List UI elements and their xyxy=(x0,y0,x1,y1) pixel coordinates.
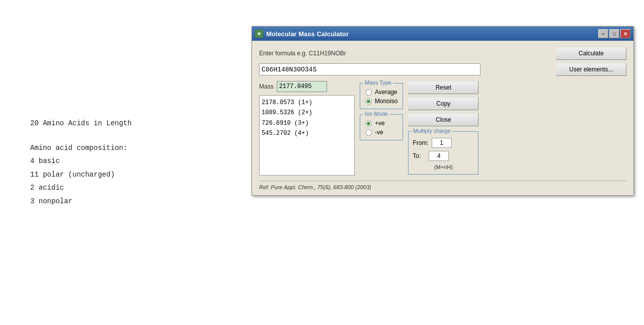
radio-monoiso[interactable] xyxy=(365,98,372,105)
close-window-button[interactable]: ✕ xyxy=(620,29,630,38)
close-button[interactable]: Close xyxy=(408,113,478,126)
to-input[interactable] xyxy=(429,151,449,161)
formula-input[interactable] xyxy=(259,63,480,75)
radio-minus[interactable] xyxy=(365,129,372,136)
radio-average-label: Average xyxy=(375,89,397,96)
multiply-charge-label: Multiply charge xyxy=(412,128,452,134)
mass-type-label: Mass Type xyxy=(363,79,393,86)
window-controls: – □ ✕ xyxy=(598,29,630,38)
formula-header-row: Enter formula e.g. C11H19NOBr Calculate xyxy=(259,47,626,60)
radio-minus-label: -ve xyxy=(375,129,383,136)
left-col: Mass 2178.0573 (1+) 1089.5326 (2+) 726.6… xyxy=(259,81,355,176)
basic-count: 4 basic xyxy=(30,154,132,168)
ion-list-item: 1089.5326 (2+) xyxy=(262,108,352,118)
polar-count: 11 polar (uncharged) xyxy=(30,168,132,182)
from-row: From: xyxy=(413,138,474,148)
radio-plus-label: +ve xyxy=(375,120,385,127)
from-label: From: xyxy=(413,139,428,146)
mass-type-group: Mass Type Average Monoiso xyxy=(360,83,403,109)
mass-row: Mass xyxy=(259,81,355,92)
acidic-count: 2 acidic xyxy=(30,182,132,195)
minimize-button[interactable]: – xyxy=(598,29,608,38)
radio-minus-row[interactable]: -ve xyxy=(365,129,397,136)
window-content: Enter formula e.g. C11H19NOBr Calculate … xyxy=(252,41,633,195)
window-title: Molecular Mass Calculator xyxy=(266,30,598,38)
main-area: Mass 2178.0573 (1+) 1089.5326 (2+) 726.6… xyxy=(259,81,626,176)
radio-plus-row[interactable]: +ve xyxy=(365,120,397,127)
radio-average-row[interactable]: Average xyxy=(365,89,397,96)
to-row: To: xyxy=(413,151,474,161)
app-window: Molecular Mass Calculator – □ ✕ Enter fo… xyxy=(252,26,634,196)
ion-mode-label: Ion Mode xyxy=(363,111,389,117)
reference-bar: Ref: Pure Appl. Chem., 75(6), 683-800 (2… xyxy=(259,181,626,190)
amino-title: 20 Amino Acids in Length xyxy=(30,117,132,130)
title-bar: Molecular Mass Calculator – □ ✕ xyxy=(252,27,633,41)
radio-monoiso-label: Monoiso xyxy=(375,98,397,105)
composition-label: Amino acid composition: xyxy=(30,141,132,155)
ion-list-item: 726.6910 (3+) xyxy=(262,118,352,128)
to-label: To: xyxy=(413,152,421,159)
radio-plus[interactable] xyxy=(365,120,372,127)
right-col: Reset Copy Close Multiply charge From: T… xyxy=(408,81,478,176)
mass-label: Mass xyxy=(259,83,274,90)
nonpolar-count: 3 nonpolar xyxy=(30,195,132,208)
ion-mode-group: Ion Mode +ve -ve xyxy=(360,114,403,140)
from-input[interactable] xyxy=(432,138,452,148)
middle-col: Mass Type Average Monoiso Ion Mode xyxy=(360,81,403,176)
calculate-button[interactable]: Calculate xyxy=(556,47,626,60)
formula-input-row: User elements... xyxy=(259,63,626,76)
maximize-button[interactable]: □ xyxy=(609,29,619,38)
mass-value[interactable] xyxy=(277,81,327,92)
multiply-charge-group: Multiply charge From: To: (M+nH) xyxy=(408,131,478,175)
notation: (M+nH) xyxy=(413,164,474,170)
formula-label: Enter formula e.g. C11H19NOBr xyxy=(259,50,346,57)
ion-list-item: 2178.0573 (1+) xyxy=(262,98,352,108)
radio-average[interactable] xyxy=(365,89,372,96)
left-panel: 20 Amino Acids in Length Amino acid comp… xyxy=(30,117,132,208)
radio-monoiso-row[interactable]: Monoiso xyxy=(365,98,397,105)
reset-button[interactable]: Reset xyxy=(408,81,478,94)
user-elements-button[interactable]: User elements... xyxy=(556,63,626,76)
window-icon xyxy=(255,30,263,38)
ion-list: 2178.0573 (1+) 1089.5326 (2+) 726.6910 (… xyxy=(259,95,355,176)
copy-button[interactable]: Copy xyxy=(408,97,478,110)
ion-list-item: 545.2702 (4+) xyxy=(262,128,352,138)
